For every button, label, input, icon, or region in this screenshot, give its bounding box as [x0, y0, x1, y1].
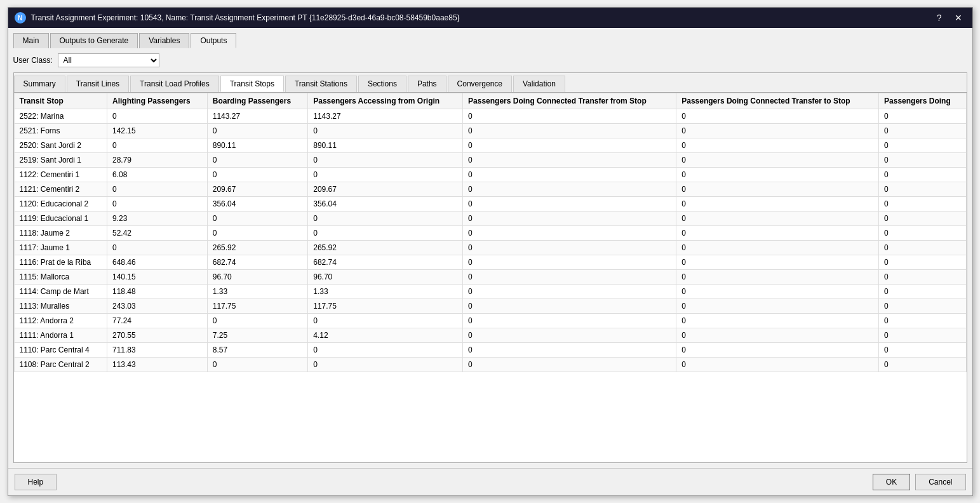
table-row[interactable]: 1111: Andorra 1270.557.254.12000 [14, 328, 966, 343]
sub-tab-transit-stops[interactable]: Transit Stops [220, 76, 284, 92]
table-row[interactable]: 1113: Muralles243.03117.75117.75000 [14, 299, 966, 314]
sub-tab-validation[interactable]: Validation [513, 76, 565, 92]
table-cell: 209.67 [308, 182, 463, 197]
table-cell: 6.08 [107, 168, 207, 182]
table-cell: 0 [463, 168, 676, 182]
table-row[interactable]: 2522: Marina01143.271143.27000 [14, 109, 966, 124]
help-button[interactable]: Help [15, 474, 57, 490]
table-row[interactable]: 1118: Jaume 252.4200000 [14, 226, 966, 241]
table-cell: 0 [879, 226, 966, 241]
table-row[interactable]: 2521: Forns142.1500000 [14, 124, 966, 138]
table-cell: 142.15 [107, 124, 207, 138]
sub-tab-paths[interactable]: Paths [408, 76, 446, 92]
col-connected-transfer-to[interactable]: Passengers Doing Connected Transfer to S… [676, 93, 879, 109]
user-class-select[interactable]: All [58, 53, 159, 67]
tab-variables[interactable]: Variables [139, 33, 189, 48]
col-transit-stop[interactable]: Transit Stop [14, 93, 107, 109]
col-passengers-doing[interactable]: Passengers Doing [879, 93, 966, 109]
table-row[interactable]: 1115: Mallorca140.1596.7096.70000 [14, 270, 966, 285]
table-cell: 113.43 [107, 358, 207, 372]
tab-main[interactable]: Main [13, 33, 49, 48]
table-cell: 0 [107, 241, 207, 255]
col-boarding-passengers[interactable]: Boarding Passengers [207, 93, 307, 109]
table-row[interactable]: 1122: Cementiri 16.0800000 [14, 168, 966, 182]
table-cell: 0 [463, 153, 676, 168]
table-cell: 0 [676, 153, 879, 168]
table-row[interactable]: 1114: Camp de Mart118.481.331.33000 [14, 285, 966, 299]
table-cell: 356.04 [207, 197, 307, 211]
table-cell: 1120: Educacional 2 [14, 197, 107, 211]
tab-outputs-to-generate[interactable]: Outputs to Generate [50, 33, 138, 48]
table-cell: 0 [308, 168, 463, 182]
bottom-left: Help [15, 474, 57, 490]
sub-tab-convergence[interactable]: Convergence [448, 76, 512, 92]
table-cell: 1117: Jaume 1 [14, 241, 107, 255]
table-row[interactable]: 1120: Educacional 20356.04356.04000 [14, 197, 966, 211]
table-cell: 77.24 [107, 314, 207, 328]
table-row[interactable]: 1112: Andorra 277.2400000 [14, 314, 966, 328]
table-cell: 0 [676, 182, 879, 197]
table-row[interactable]: 1108: Parc Central 2113.4300000 [14, 358, 966, 372]
table-cell: 0 [463, 109, 676, 124]
cancel-button[interactable]: Cancel [915, 474, 965, 490]
table-cell: 1118: Jaume 2 [14, 226, 107, 241]
col-passengers-accessing[interactable]: Passengers Accessing from Origin [308, 93, 463, 109]
sub-tab-transit-lines[interactable]: Transit Lines [67, 76, 129, 92]
table-cell: 711.83 [107, 343, 207, 358]
table-cell: 0 [308, 314, 463, 328]
app-icon: N [15, 12, 26, 23]
table-cell: 0 [463, 138, 676, 153]
table-cell: 0 [879, 182, 966, 197]
table-cell: 0 [463, 182, 676, 197]
table-cell: 0 [463, 255, 676, 270]
table-cell: 0 [463, 211, 676, 226]
table-cell: 356.04 [308, 197, 463, 211]
table-cell: 0 [463, 285, 676, 299]
table-row[interactable]: 1119: Educacional 19.2300000 [14, 211, 966, 226]
close-title-button[interactable]: ✕ [951, 11, 966, 24]
col-alighting-passengers[interactable]: Alighting Passengers [107, 93, 207, 109]
table-cell: 0 [676, 299, 879, 314]
bottom-bar: Help OK Cancel [8, 468, 972, 495]
sub-tab-sections[interactable]: Sections [358, 76, 406, 92]
table-cell: 0 [879, 299, 966, 314]
table-cell: 0 [207, 314, 307, 328]
table-row[interactable]: 1110: Parc Central 4711.838.570000 [14, 343, 966, 358]
table-cell: 0 [463, 328, 676, 343]
table-cell: 2520: Sant Jordi 2 [14, 138, 107, 153]
table-cell: 890.11 [207, 138, 307, 153]
table-row[interactable]: 1121: Cementiri 20209.67209.67000 [14, 182, 966, 197]
table-cell: 682.74 [207, 255, 307, 270]
content-area: Main Outputs to Generate Variables Outpu… [8, 28, 972, 468]
table-cell: 0 [463, 197, 676, 211]
table-container[interactable]: Transit Stop Alighting Passengers Boardi… [14, 93, 967, 462]
table-cell: 0 [879, 270, 966, 285]
main-window: N Transit Assignment Experiment: 10543, … [8, 7, 973, 496]
table-cell: 1121: Cementiri 2 [14, 182, 107, 197]
window-title: Transit Assignment Experiment: 10543, Na… [31, 13, 460, 22]
sub-tab-transit-load-profiles[interactable]: Transit Load Profiles [130, 76, 219, 92]
table-cell: 0 [676, 226, 879, 241]
table-cell: 682.74 [308, 255, 463, 270]
table-row[interactable]: 1117: Jaume 10265.92265.92000 [14, 241, 966, 255]
table-cell: 0 [107, 197, 207, 211]
table-cell: 1115: Mallorca [14, 270, 107, 285]
table-cell: 1.33 [207, 285, 307, 299]
col-connected-transfer-from[interactable]: Passengers Doing Connected Transfer from… [463, 93, 676, 109]
table-cell: 0 [676, 285, 879, 299]
table-cell: 0 [879, 285, 966, 299]
table-row[interactable]: 1116: Prat de la Riba648.46682.74682.740… [14, 255, 966, 270]
table-row[interactable]: 2520: Sant Jordi 20890.11890.11000 [14, 138, 966, 153]
table-cell: 28.79 [107, 153, 207, 168]
help-title-button[interactable]: ? [933, 11, 946, 24]
table-cell: 96.70 [207, 270, 307, 285]
table-cell: 0 [879, 241, 966, 255]
table-row[interactable]: 2519: Sant Jordi 128.7900000 [14, 153, 966, 168]
table-cell: 0 [676, 211, 879, 226]
tab-outputs[interactable]: Outputs [191, 33, 236, 48]
sub-tab-transit-stations[interactable]: Transit Stations [285, 76, 357, 92]
ok-button[interactable]: OK [873, 474, 910, 490]
sub-tab-summary[interactable]: Summary [14, 76, 65, 92]
table-cell: 1143.27 [207, 109, 307, 124]
table-cell: 4.12 [308, 328, 463, 343]
